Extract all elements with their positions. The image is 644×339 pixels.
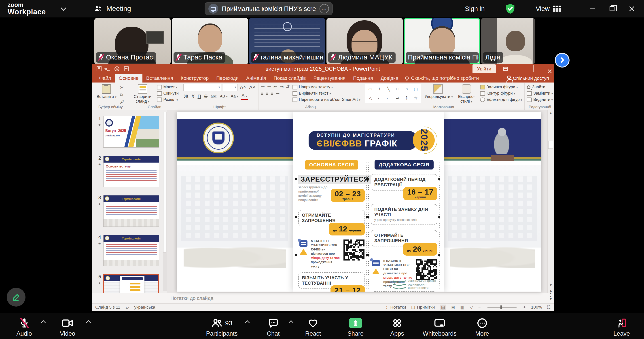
shape-fill-button[interactable]: Заливка фігури xyxy=(480,85,522,90)
bold-button[interactable]: Ж xyxy=(183,94,189,99)
font-size-combobox[interactable] xyxy=(223,84,238,91)
whiteboards-button[interactable]: Whiteboards xyxy=(422,317,456,337)
tab-animations[interactable]: Анімація xyxy=(242,74,270,82)
leave-button[interactable]: Leave xyxy=(613,317,630,337)
notes-toggle-button[interactable]: ≑Нотатки xyxy=(385,305,406,310)
tab-view[interactable]: Подання xyxy=(349,74,377,82)
tab-home[interactable]: Основне xyxy=(115,74,142,82)
zoom-out-icon[interactable]: − xyxy=(478,305,481,310)
more-options-icon[interactable]: … xyxy=(320,4,329,14)
accessibility-check-icon[interactable]: ▱ xyxy=(126,305,129,310)
find-button[interactable]: Знайти xyxy=(527,85,553,90)
zoom-level[interactable]: 100% xyxy=(531,305,542,310)
react-button[interactable]: React xyxy=(305,317,321,337)
tab-transitions[interactable]: Переходи xyxy=(212,74,242,82)
zoom-slider[interactable] xyxy=(488,307,516,308)
scroll-up-icon[interactable]: ▲ xyxy=(548,111,553,115)
minimize-window-button[interactable] xyxy=(586,2,599,15)
tell-me-box[interactable]: Скажіть, що потрібно зробити xyxy=(405,74,479,82)
slideshow-view-icon[interactable]: ▽ xyxy=(470,305,473,310)
slide-thumbnail-1[interactable]: 1★ Вступ -2025 магістрам xyxy=(93,116,167,148)
tab-review[interactable]: Рецензування xyxy=(310,74,349,82)
tab-insert[interactable]: Вставлення xyxy=(142,74,177,82)
scroll-down-icon[interactable]: ▼ xyxy=(548,283,553,287)
more-button[interactable]: More xyxy=(475,317,489,337)
slide-thumbnail-3[interactable]: 3★ Термінологія xyxy=(93,195,167,227)
ribbon-display-options-icon[interactable] xyxy=(503,67,508,71)
shrink-font-icon[interactable]: А˅ xyxy=(248,84,256,90)
scrollbar-thumb[interactable] xyxy=(548,141,553,149)
layout-button[interactable]: Макет xyxy=(157,85,179,90)
align-text-button[interactable]: Вирівняти текст xyxy=(292,91,360,96)
language-indicator[interactable]: українська xyxy=(134,305,155,310)
video-tile-participant-3[interactable]: галина михайлишин xyxy=(249,18,325,64)
previous-slide-icon[interactable]: ▲▲ xyxy=(548,289,553,294)
text-direction-button[interactable]: Напрямок тексту xyxy=(292,85,360,90)
grow-font-icon[interactable]: А˄ xyxy=(239,84,247,90)
annotation-pencil-button[interactable] xyxy=(7,288,26,306)
underline-button[interactable]: П xyxy=(197,94,202,99)
arrange-button[interactable]: Упорядкувати xyxy=(423,84,453,100)
preview-icon[interactable] xyxy=(124,66,129,71)
reset-button[interactable]: Скинути xyxy=(157,91,179,96)
cut-icon[interactable]: ✂ xyxy=(120,85,126,90)
next-participants-page-button[interactable] xyxy=(555,53,570,68)
font-name-combobox[interactable] xyxy=(183,84,222,91)
save-icon[interactable] xyxy=(96,66,102,71)
view-button[interactable]: View xyxy=(536,5,561,12)
slide-scrollbar[interactable]: ▲ ▼ ▲▲ ▼▼ xyxy=(548,110,554,293)
apps-button[interactable]: Apps xyxy=(390,317,404,337)
comments-toggle-button[interactable]: ❏Примітки xyxy=(412,305,435,310)
video-options-chevron[interactable] xyxy=(86,320,91,325)
strikethrough-button[interactable]: S xyxy=(204,94,208,99)
restore-window-button[interactable] xyxy=(606,2,618,15)
sign-in-button[interactable]: Sign in xyxy=(465,5,485,12)
next-slide-icon[interactable]: ▼▼ xyxy=(548,295,553,300)
audio-options-chevron[interactable] xyxy=(41,320,46,325)
share-button[interactable]: Share xyxy=(348,317,364,337)
share-access-button[interactable]: Спільний доступ xyxy=(507,74,549,82)
shape-outline-button[interactable]: Контур фігури xyxy=(480,91,522,96)
italic-button[interactable]: К xyxy=(191,94,195,99)
tab-help[interactable]: Довідка xyxy=(377,74,402,82)
fit-slide-icon[interactable]: ⛶ xyxy=(548,305,550,310)
slide-thumbnail-5-selected[interactable]: 5★ xyxy=(93,274,167,293)
undo-icon[interactable] xyxy=(106,68,110,71)
chat-button[interactable]: Chat xyxy=(267,317,280,337)
smartart-convert-button[interactable]: Перетворити на об'єкт SmartArt xyxy=(292,97,360,102)
audio-button[interactable]: Audio xyxy=(16,317,32,337)
paste-button[interactable]: Вставити xyxy=(95,84,118,100)
change-case-button[interactable]: Аа xyxy=(230,94,239,98)
character-spacing-button[interactable]: АВ xyxy=(219,94,228,98)
thumbnails-scrollbar[interactable] xyxy=(163,112,167,291)
security-shield-icon[interactable] xyxy=(505,3,515,14)
tab-slideshow[interactable]: Показ слайдів xyxy=(270,74,310,82)
section-button[interactable]: Розділ xyxy=(157,97,179,102)
office-sign-in-button[interactable]: Увійти xyxy=(472,64,496,73)
start-slideshow-icon[interactable] xyxy=(114,66,120,71)
quick-styles-button[interactable]: Експрес-стилі xyxy=(455,84,478,104)
current-slide[interactable]: ВСТУПНІ ДО МАГІСТРАТУРИ ЄВІ/ЄФВВ ГРАФІК … xyxy=(177,112,541,292)
notes-pane[interactable]: Нотатки до слайда xyxy=(92,293,554,304)
slide-sorter-view-icon[interactable]: ⊞ xyxy=(451,305,455,310)
slide-canvas[interactable]: ВСТУПНІ ДО МАГІСТРАТУРИ ЄВІ/ЄФВВ ГРАФІК … xyxy=(167,110,548,293)
replace-button[interactable]: Замінити xyxy=(527,91,553,96)
video-tile-participant-2[interactable]: Тарас Паска xyxy=(172,18,248,64)
select-button[interactable]: Виділити xyxy=(527,97,553,102)
shape-effects-button[interactable]: Ефекти для фігур xyxy=(480,97,522,102)
tab-design[interactable]: Конструктор xyxy=(177,74,212,82)
participants-options-chevron[interactable] xyxy=(245,320,250,325)
copy-icon[interactable]: ⧉ xyxy=(120,92,126,98)
list-buttons[interactable]: ☰ ☰ ⇤ ⇥ ⇵ xyxy=(261,84,290,89)
slide-thumbnail-2[interactable]: 2★ Термінологія Основи вступу xyxy=(93,156,167,187)
tab-shared-screen[interactable]: Приймальна комісія ПНУ's scre … xyxy=(204,2,333,15)
shadow-button[interactable]: abc xyxy=(210,94,217,98)
close-window-button[interactable] xyxy=(625,2,638,15)
video-tile-participant-6[interactable]: Лідія xyxy=(481,18,535,64)
reading-view-icon[interactable]: ▥ xyxy=(460,305,464,310)
zoom-in-icon[interactable]: + xyxy=(523,305,526,310)
tab-meeting[interactable]: Meeting xyxy=(94,4,131,13)
video-tile-active-speaker[interactable]: Приймальна комісія ПНУ xyxy=(404,18,480,64)
chat-options-chevron[interactable] xyxy=(289,320,294,325)
video-tile-participant-1[interactable]: Оксана Протас xyxy=(94,18,170,64)
